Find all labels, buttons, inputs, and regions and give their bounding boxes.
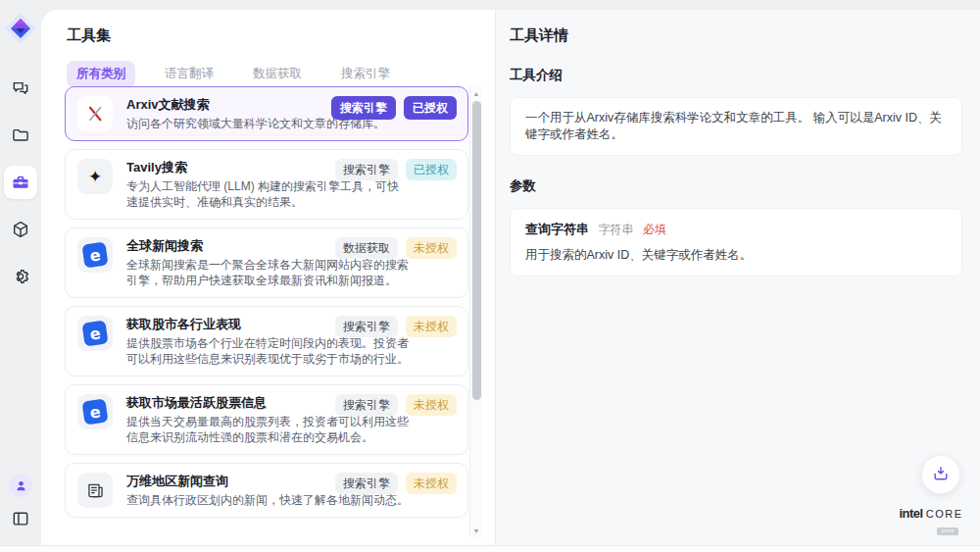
auth-status-badge: 未授权 [406,237,457,259]
main-content: 工具集 所有类别语言翻译数据获取搜索引擎 Arxiv文献搜索 访问各个研究领域大… [41,10,980,545]
tool-description: 专为人工智能代理 (LLM) 构建的搜索引擎工具，可快速提供实时、准确和真实的结… [126,178,409,210]
category-badge: 数据获取 [335,237,398,259]
tool-list-panel: 工具集 所有类别语言翻译数据获取搜索引擎 Arxiv文献搜索 访问各个研究领域大… [41,10,495,545]
category-badge: 搜索引擎 [335,394,398,416]
brand-core-text: CORE [926,509,963,520]
tool-badges: 搜索引擎 未授权 [335,316,457,337]
tool-card[interactable]: e 获取市场最活跃股票信息 提供当天交易量最高的股票列表，投资者可以利用这些信息… [65,384,468,455]
tool-card[interactable]: e 获取股市各行业表现 提供股票市场各个行业在特定时间段内的表现。投资者可以利用… [65,306,468,376]
tool-badges: 搜索引擎 已授权 [335,159,457,180]
finance-e-icon: e [77,237,113,273]
auth-status-badge: 未授权 [406,473,457,494]
tool-badges: 数据获取 未授权 [335,237,457,259]
tavily-star-icon: ✦ [77,159,113,194]
tool-description: 全球新闻搜索是一个聚合全球各大新闻网站内容的搜索引擎，帮助用户快速获取全球最新资… [126,257,409,288]
tool-description: 提供股票市场各个行业在特定时间段内的表现。投资者可以利用这些信息来识别表现优于或… [126,335,409,367]
params-heading: 参数 [510,177,962,195]
tool-description: 提供当天交易量最高的股票列表，投资者可以利用这些信息来识别流动性强的股票和潜在的… [126,414,409,445]
param-type: 字符串 [598,223,633,236]
tool-badges: 搜索引擎 未授权 [335,473,457,494]
app-window: 工具集 所有类别语言翻译数据获取搜索引擎 Arxiv文献搜索 访问各个研究领域大… [0,0,980,552]
category-badge: 搜索引擎 [335,316,398,337]
auth-status-badge: 未授权 [406,394,457,416]
tool-detail-panel: 工具详情 工具介绍 一个用于从Arxiv存储库搜索科学论文和文章的工具。 输入可… [495,10,980,545]
tool-description: 查询具体行政区划内的新闻，快速了解各地新闻动态。 [126,492,409,508]
tool-card[interactable]: ✦ Tavily搜索 专为人工智能代理 (LLM) 构建的搜索引擎工具，可快速提… [65,149,468,220]
sidebar [0,0,41,545]
scrollbar-thumb[interactable] [472,101,481,400]
arxiv-x-icon [77,96,113,131]
newspaper-icon [77,473,113,508]
folder-icon[interactable] [10,125,31,146]
param-name: 查询字符串 [525,222,589,236]
brand-ultra-badge: ultra [937,527,957,536]
category-badge: 搜索引擎 [331,96,396,120]
list-scrollbar[interactable]: ▲ ▼ [469,86,482,537]
tab-2[interactable]: 数据获取 [243,61,312,87]
brand-intel-text: intel [899,507,922,520]
param-description: 用于搜索的Arxiv ID、关键字或作者姓名。 [525,247,947,264]
tool-card[interactable]: e 全球新闻搜索 全球新闻搜索是一个聚合全球各大新闻网站内容的搜索引擎，帮助用户… [65,227,468,298]
app-logo-icon [3,11,38,46]
window-bottom-edge [0,545,980,552]
finance-e-icon: e [77,316,113,351]
tool-card[interactable]: Arxiv文献搜索 访问各个研究领域大量科学论文和文章的存储库。 搜索引擎 已授… [65,86,468,141]
user-avatar[interactable] [9,474,32,497]
tab-3[interactable]: 搜索引擎 [331,61,400,87]
tab-0[interactable]: 所有类别 [67,61,135,87]
intro-heading: 工具介绍 [510,67,962,84]
category-badge: 搜索引擎 [335,473,398,494]
intro-box: 一个用于从Arxiv存储库搜索科学论文和文章的工具。 输入可以是Arxiv ID… [510,97,962,156]
auth-status-badge: 未授权 [406,316,457,337]
scroll-up-icon[interactable]: ▲ [473,86,480,100]
tool-card[interactable]: 万维地区新闻查询 查询具体行政区划内的新闻，快速了解各地新闻动态。 搜索引擎 未… [65,463,468,518]
page-title: 工具集 [67,26,495,45]
tool-list: Arxiv文献搜索 访问各个研究领域大量科学论文和文章的存储库。 搜索引擎 已授… [65,86,468,545]
detail-title: 工具详情 [510,26,962,45]
download-icon [931,464,951,486]
param-header: 查询字符串 字符串 必填 [525,221,947,238]
toolbox-icon[interactable] [4,166,37,199]
download-button[interactable] [921,455,960,494]
category-badge: 搜索引擎 [335,159,398,180]
param-required-badge: 必填 [643,223,666,236]
cube-icon[interactable] [10,219,31,240]
auth-status-badge: 已授权 [404,96,457,120]
intro-text: 一个用于从Arxiv存储库搜索科学论文和文章的工具。 输入可以是Arxiv ID… [525,111,942,141]
sidebar-nav [4,77,37,287]
sidebar-bottom [9,474,32,529]
finance-e-icon: e [77,394,113,429]
scroll-down-icon[interactable]: ▼ [473,524,480,537]
auth-status-badge: 已授权 [406,159,457,180]
panel-toggle-icon[interactable] [10,508,31,529]
tab-1[interactable]: 语言翻译 [155,61,223,87]
tool-badges: 搜索引擎 未授权 [335,394,457,416]
param-box: 查询字符串 字符串 必填 用于搜索的Arxiv ID、关键字或作者姓名。 [510,208,962,276]
chat-icon[interactable] [10,77,31,99]
category-tabs: 所有类别语言翻译数据获取搜索引擎 [67,61,495,87]
tool-badges: 搜索引擎 已授权 [331,96,457,120]
gear-icon[interactable] [10,266,31,287]
intel-core-logo: intel CORE ultra [896,507,966,535]
